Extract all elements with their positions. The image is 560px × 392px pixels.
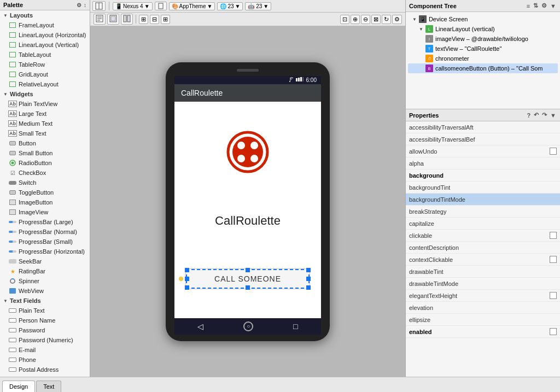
handle-lm[interactable]: [185, 277, 189, 281]
props-filter-icon[interactable]: ▼: [550, 112, 557, 119]
palette-item-relativelayout[interactable]: RelativeLayout: [0, 79, 90, 89]
palette-item-progressbar-large[interactable]: ProgressBar (Large): [0, 217, 90, 227]
palette-item-progressbar-small[interactable]: ProgressBar (Small): [0, 237, 90, 247]
props-redo-icon[interactable]: ↷: [541, 111, 547, 119]
prop-drawable-tint-mode[interactable]: drawableTintMode: [406, 278, 560, 290]
palette-item-button[interactable]: Button: [0, 138, 90, 148]
tree-item-textview[interactable]: T textView – "CallRoulette": [408, 44, 558, 54]
palette-item-linearlayout-h[interactable]: LinearLayout (Horizontal): [0, 30, 90, 40]
palette-item-webview[interactable]: WebView: [0, 286, 90, 296]
palette-item-postal[interactable]: Postal Address: [0, 365, 90, 375]
canvas-preview[interactable]: 6:00 CallRoulette: [90, 26, 405, 377]
orientation-btn[interactable]: [155, 2, 167, 10]
palette-category-widgets[interactable]: Widgets: [0, 89, 90, 99]
design-preview-btn[interactable]: [121, 14, 133, 25]
palette-item-imageview[interactable]: ImageView: [0, 207, 90, 217]
prop-accessibility-traversal-bef[interactable]: accessibilityTraversalBef: [406, 133, 560, 145]
palette-category-layouts[interactable]: Layouts: [0, 10, 90, 20]
tree-filter-icon[interactable]: ▼: [550, 2, 557, 10]
palette-item-radiobutton[interactable]: RadioButton: [0, 158, 90, 168]
palette-item-personname[interactable]: Person Name: [0, 315, 90, 325]
prop-clickable[interactable]: clickable: [406, 230, 560, 242]
props-help-icon[interactable]: ?: [526, 112, 531, 119]
palette-item-linearlayout-v[interactable]: LinearLayout (Vertical): [0, 40, 90, 50]
prop-drawable-tint[interactable]: drawableTint: [406, 266, 560, 278]
prop-content-description[interactable]: contentDescription: [406, 242, 560, 254]
palette-item-imagebutton[interactable]: ImageButton: [0, 197, 90, 207]
palette-item-checkbox[interactable]: ☑ CheckBox: [0, 168, 90, 178]
palette-item-progressbar-horiz[interactable]: ProgressBar (Horizontal): [0, 247, 90, 256]
palette-category-textfields[interactable]: Text Fields: [0, 296, 90, 306]
enabled-checkbox[interactable]: [550, 328, 557, 335]
prop-background-tint-mode[interactable]: backgroundTintMode: [406, 194, 560, 206]
clickable-checkbox[interactable]: [550, 232, 557, 239]
snap-btn[interactable]: ⊞: [139, 15, 148, 24]
palette-item-togglebutton[interactable]: ToggleButton: [0, 188, 90, 197]
palette-item-spinner[interactable]: Spinner: [0, 276, 90, 286]
palette-item-mediumtext[interactable]: Ab Medium Text: [0, 119, 90, 128]
prop-context-clickable[interactable]: contextClickable: [406, 254, 560, 266]
context-clickable-checkbox[interactable]: [550, 256, 557, 263]
handle-tm[interactable]: [246, 268, 250, 272]
padding-btn[interactable]: ⊞: [161, 15, 170, 24]
prop-background[interactable]: background: [406, 169, 560, 182]
palette-item-ratingbar[interactable]: ★ RatingBar: [0, 266, 90, 276]
nav-recent-icon[interactable]: □: [293, 322, 298, 331]
palette-item-email[interactable]: E-mail: [0, 345, 90, 355]
tree-item-callbutton[interactable]: B callsomeoneButton (Button) – "Call Som: [408, 63, 558, 73]
handle-br[interactable]: [306, 285, 311, 290]
api-selector[interactable]: 🌐 23 ▼: [217, 2, 243, 10]
prop-accessibility-traversal-aft[interactable]: accessibilityTraversalAft: [406, 121, 560, 133]
tree-settings-icon[interactable]: ⚙: [541, 2, 547, 10]
zoom-out-btn[interactable]: ⊖: [361, 15, 370, 24]
tree-item-chronometer[interactable]: ⏱ chronometer: [408, 54, 558, 63]
palette-item-phone[interactable]: Phone: [0, 355, 90, 365]
theme-selector[interactable]: 🎨 AppTheme ▼: [169, 2, 215, 10]
tree-item-device[interactable]: ▼ 📱 Device Screen: [408, 14, 558, 24]
prop-enabled[interactable]: enabled: [406, 326, 560, 338]
palette-item-framelayout[interactable]: FrameLayout: [0, 20, 90, 30]
palette-item-password-numeric[interactable]: Password (Numeric): [0, 335, 90, 345]
margin-btn[interactable]: ⊟: [150, 15, 159, 24]
palette-item-smallbutton[interactable]: Small Button: [0, 148, 90, 158]
palette-item-tablerow[interactable]: TableRow: [0, 60, 90, 69]
tree-expand-icon[interactable]: ⇅: [533, 2, 539, 10]
new-layout-btn[interactable]: [92, 1, 106, 11]
tab-text[interactable]: Text: [36, 381, 61, 392]
nav-home-btn[interactable]: ○: [243, 321, 253, 331]
handle-bm[interactable]: [246, 285, 250, 290]
palette-item-plaintextview[interactable]: Ab Plain TextView: [0, 99, 90, 109]
palette-item-gridlayout[interactable]: GridLayout: [0, 69, 90, 79]
tree-item-linearlayout[interactable]: ▼ L LinearLayout (vertical): [408, 24, 558, 34]
palette-item-largetext[interactable]: Ab Large Text: [0, 109, 90, 119]
canvas-settings-btn[interactable]: ⚙: [392, 15, 402, 24]
phone-cta-button[interactable]: CALL SOMEONE: [185, 268, 310, 289]
handle-tr[interactable]: [306, 268, 311, 272]
tab-design[interactable]: Design: [2, 381, 35, 392]
prop-ellipsize[interactable]: ellipsize: [406, 314, 560, 326]
prop-elegant-text-height[interactable]: elegantTextHeight: [406, 290, 560, 302]
blueprint-btn[interactable]: [107, 14, 119, 25]
android-version-btn[interactable]: 🤖 23 ▼: [245, 2, 271, 10]
handle-rm[interactable]: [306, 277, 311, 281]
prop-capitalize[interactable]: capitalize: [406, 218, 560, 230]
palette-item-plaintext[interactable]: Plain Text: [0, 306, 90, 315]
palette-item-seekbar[interactable]: SeekBar: [0, 256, 90, 266]
prop-alpha[interactable]: alpha: [406, 157, 560, 169]
xml-view-btn[interactable]: [94, 14, 106, 25]
handle-bl[interactable]: [185, 285, 189, 290]
handle-tl[interactable]: [185, 268, 189, 272]
tree-sort-icon[interactable]: ≡: [526, 2, 530, 10]
palette-search-icon[interactable]: ↕: [84, 2, 86, 8]
allow-undo-checkbox[interactable]: [550, 148, 557, 155]
device-selector[interactable]: 📱 Nexus 4 ▼: [113, 2, 153, 10]
elegant-text-height-checkbox[interactable]: [550, 292, 557, 299]
prop-elevation[interactable]: elevation: [406, 302, 560, 314]
palette-item-switch[interactable]: Switch: [0, 178, 90, 188]
nav-back-icon[interactable]: ◁: [197, 322, 203, 331]
tree-item-imageview[interactable]: I imageView – @drawable/twiliologo: [408, 34, 558, 44]
prop-background-tint[interactable]: backgroundTint: [406, 182, 560, 194]
palette-sort-icon[interactable]: ⚙: [77, 2, 81, 8]
palette-item-progressbar-normal[interactable]: ProgressBar (Normal): [0, 227, 90, 237]
palette-item-smalltext[interactable]: Ab Small Text: [0, 128, 90, 138]
